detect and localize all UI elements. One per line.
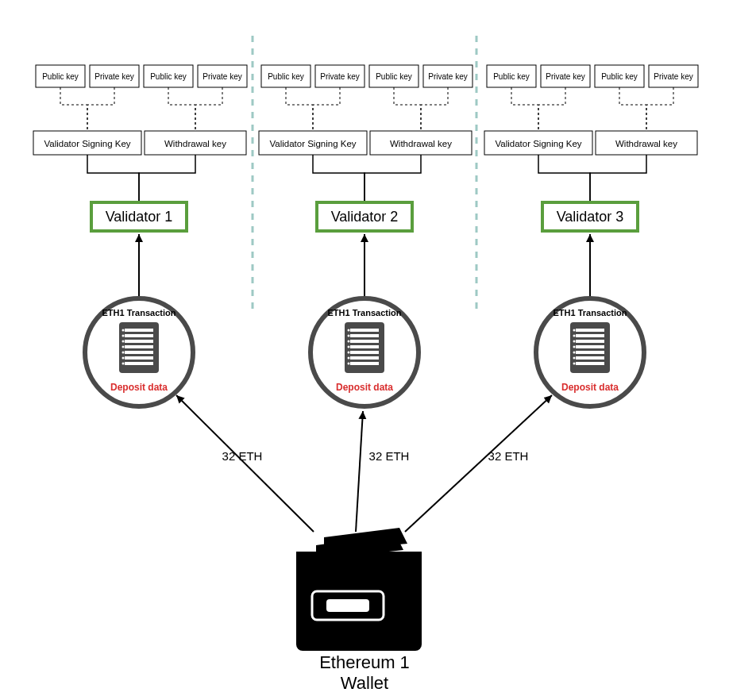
deposit-amount-label: 32 ETH — [369, 449, 410, 463]
svg-point-20 — [122, 357, 125, 360]
deposit-label: Deposit data — [561, 382, 619, 393]
public-key-label: Public key — [42, 72, 79, 81]
svg-point-14 — [122, 340, 125, 343]
public-key-label: Public key — [150, 72, 187, 81]
public-key-label: Public key — [601, 72, 638, 81]
svg-line-23 — [176, 395, 314, 532]
svg-point-64 — [573, 346, 576, 348]
transaction-label: ETH1 Transaction — [554, 308, 627, 317]
deposit-amount-label: 32 ETH — [222, 449, 263, 463]
validator-name: Validator 1 — [106, 209, 173, 225]
wallet-label-line2: Wallet — [341, 673, 388, 693]
svg-rect-19 — [125, 356, 153, 360]
svg-point-10 — [122, 329, 125, 332]
svg-point-18 — [122, 352, 125, 354]
svg-point-34 — [348, 329, 350, 332]
withdrawal-key-label: Withdrawal key — [615, 139, 677, 148]
private-key-label: Private key — [94, 72, 133, 81]
svg-point-68 — [573, 357, 576, 360]
wallet-label-line1: Ethereum 1 — [319, 652, 410, 672]
withdrawal-key-label: Withdrawal key — [164, 139, 226, 148]
public-key-label: Public key — [268, 72, 304, 81]
svg-point-66 — [573, 352, 576, 354]
svg-rect-33 — [350, 329, 379, 332]
svg-rect-69 — [576, 362, 604, 365]
svg-rect-63 — [576, 345, 604, 348]
svg-rect-74 — [326, 599, 369, 612]
svg-rect-39 — [350, 345, 379, 348]
svg-line-47 — [356, 411, 363, 532]
signing-key-label: Validator Signing Key — [269, 139, 356, 148]
svg-rect-65 — [576, 351, 604, 354]
svg-rect-35 — [350, 334, 379, 337]
svg-point-62 — [573, 340, 576, 343]
svg-point-40 — [348, 346, 350, 348]
public-key-label: Public key — [493, 72, 530, 81]
deposit-amount-label: 32 ETH — [488, 449, 529, 463]
svg-rect-57 — [576, 329, 604, 332]
svg-rect-13 — [125, 340, 153, 343]
svg-rect-45 — [350, 362, 379, 365]
svg-point-12 — [122, 335, 125, 337]
svg-rect-41 — [350, 351, 379, 354]
svg-rect-15 — [125, 345, 153, 348]
column-validator-2: Public key Private key Public key Privat… — [259, 65, 472, 532]
svg-point-60 — [573, 335, 576, 337]
transaction-node: ETH1 Transaction Deposit data — [536, 298, 644, 406]
transaction-label: ETH1 Transaction — [328, 308, 402, 317]
transaction-node: ETH1 Transaction Deposit data — [310, 298, 418, 406]
private-key-label: Private key — [428, 72, 467, 81]
document-icon — [570, 322, 610, 373]
public-key-label: Public key — [376, 72, 412, 81]
svg-point-46 — [348, 363, 350, 365]
svg-point-58 — [573, 329, 576, 332]
private-key-label: Private key — [202, 72, 241, 81]
validator-name: Validator 3 — [557, 209, 624, 225]
transaction-label: ETH1 Transaction — [102, 308, 176, 317]
svg-rect-11 — [125, 334, 153, 337]
deposit-label: Deposit data — [336, 382, 393, 393]
svg-rect-59 — [576, 334, 604, 337]
signing-key-label: Validator Signing Key — [44, 139, 130, 148]
signing-key-label: Validator Signing Key — [495, 139, 581, 148]
svg-rect-67 — [576, 356, 604, 360]
svg-point-36 — [348, 335, 350, 337]
svg-line-71 — [405, 395, 552, 532]
svg-rect-43 — [350, 356, 379, 360]
svg-rect-61 — [576, 340, 604, 343]
withdrawal-key-label: Withdrawal key — [390, 139, 452, 148]
svg-point-42 — [348, 352, 350, 354]
document-icon — [345, 322, 384, 373]
private-key-label: Private key — [320, 72, 359, 81]
svg-point-44 — [348, 357, 350, 360]
deposit-label: Deposit data — [110, 382, 168, 393]
svg-point-16 — [122, 346, 125, 348]
svg-rect-37 — [350, 340, 379, 343]
validator-name: Validator 2 — [331, 209, 399, 225]
svg-point-22 — [122, 363, 125, 365]
private-key-label: Private key — [546, 72, 584, 81]
svg-point-38 — [348, 340, 350, 343]
document-icon — [119, 322, 159, 373]
diagram-canvas: Public key Private key Public key Privat… — [0, 0, 729, 700]
svg-rect-17 — [125, 351, 153, 354]
transaction-node: ETH1 Transaction Deposit data — [85, 298, 193, 406]
wallet-icon — [296, 528, 422, 651]
svg-rect-9 — [125, 329, 153, 332]
svg-rect-21 — [125, 362, 153, 365]
svg-point-70 — [573, 363, 576, 365]
private-key-label: Private key — [654, 72, 692, 81]
